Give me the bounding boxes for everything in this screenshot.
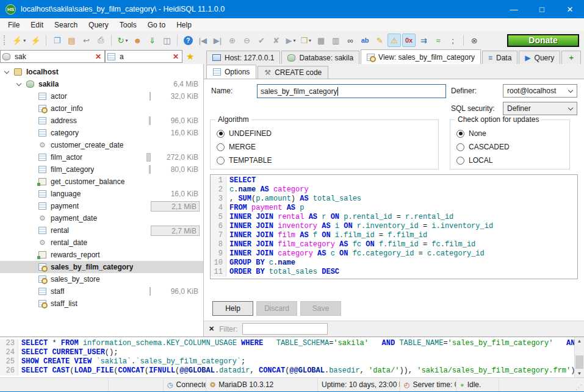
radio-none[interactable]: None xyxy=(456,129,486,138)
tree-item-address[interactable]: address96,0 KiB xyxy=(0,115,203,127)
tab-host[interactable]: Host: 127.0.0.1 xyxy=(206,51,280,64)
resize-grip[interactable]: ⋰ xyxy=(575,383,584,391)
minimize-button[interactable]: — xyxy=(500,0,528,18)
tab-query[interactable]: ▶Query xyxy=(519,51,560,64)
radio-button-icon[interactable] xyxy=(217,157,225,165)
radio-button-icon[interactable] xyxy=(456,130,464,138)
tree-item-sakila[interactable]: sakila6,4 MiB xyxy=(0,78,203,90)
menu-query[interactable]: Query xyxy=(83,20,114,30)
filter-input[interactable] xyxy=(242,323,328,335)
radio-cascaded[interactable]: CASCADED xyxy=(456,142,510,152)
scrollbar-thumb[interactable] xyxy=(575,355,583,369)
scroll-up-icon[interactable]: ▲ xyxy=(575,338,584,344)
tab-database[interactable]: Database: sakila xyxy=(281,51,359,64)
radio-merge[interactable]: MERGE xyxy=(217,142,256,152)
close-button[interactable]: ✕ xyxy=(556,0,584,18)
database-snapshot-icon[interactable]: ◫ xyxy=(160,34,173,47)
save-button[interactable]: Save xyxy=(300,301,341,316)
radio-button-icon[interactable] xyxy=(217,130,225,138)
sql-security-select[interactable]: Definer xyxy=(503,102,577,115)
menu-help[interactable]: Help xyxy=(171,20,197,30)
menu-edit[interactable]: Edit xyxy=(25,20,49,30)
favorites-star-icon[interactable]: ★ xyxy=(182,51,198,62)
reformat-sql-icon[interactable]: ≈ xyxy=(431,34,445,47)
replace-text-icon[interactable]: ab xyxy=(358,34,372,47)
clear-table-filter-icon[interactable]: ✕ xyxy=(171,52,180,61)
session-manager-icon[interactable]: ⚡▾ xyxy=(10,34,27,47)
stop-process-icon[interactable]: ⊗ xyxy=(467,34,481,47)
tree-item-actor[interactable]: actor32,0 KiB xyxy=(0,90,203,102)
indent-icon[interactable]: ⇉ xyxy=(417,34,430,47)
delete-row-icon[interactable]: ⊖ xyxy=(240,34,253,47)
warnings-toggle-icon[interactable]: ⚠ xyxy=(388,34,401,47)
hex-toggle-icon[interactable]: 0x xyxy=(402,34,416,47)
save-sql-as-icon[interactable]: ▥ xyxy=(329,34,342,47)
tree-item-actor_info[interactable]: actor_info xyxy=(0,102,203,115)
find-text-icon[interactable]: ∞ xyxy=(344,34,357,47)
tree-item-staff_list[interactable]: staff_list xyxy=(0,298,203,310)
scroll-down-icon[interactable]: ▼ xyxy=(575,371,584,376)
database-filter-input[interactable]: sak ✕ xyxy=(0,50,105,63)
tree-item-rental_date[interactable]: ⚙rental_date xyxy=(0,237,203,249)
print-icon[interactable]: ⎙ xyxy=(94,34,107,47)
discard-button[interactable]: Discard xyxy=(256,301,297,316)
tree-item-payment_date[interactable]: ⚙payment_date xyxy=(0,212,203,224)
help-icon[interactable]: ? xyxy=(181,34,195,47)
menu-tools[interactable]: Tools xyxy=(114,20,142,30)
menu-go-to[interactable]: Go to xyxy=(142,20,171,30)
user-manager-icon[interactable]: ☻ xyxy=(131,34,144,47)
tree-item-rewards_report[interactable]: rewards_report xyxy=(0,249,203,261)
help-button[interactable]: Help xyxy=(212,301,253,316)
sql-log-panel[interactable]: ▲ ▼ 23SELECT * FROM information_schema.K… xyxy=(0,337,584,377)
close-filter-icon[interactable]: ✕ xyxy=(204,325,219,333)
tree-item-language[interactable]: language16,0 KiB xyxy=(0,188,203,200)
semicolon-icon[interactable]: ; xyxy=(446,34,460,47)
radio-button-icon[interactable] xyxy=(217,143,225,151)
tree-item-category[interactable]: category16,0 KiB xyxy=(0,127,203,139)
view-name-input[interactable]: sales_by_film_category xyxy=(257,84,446,98)
tree-item-payment[interactable]: payment2,1 MiB xyxy=(0,200,203,212)
maximize-button[interactable]: □ xyxy=(528,0,556,18)
export-database-icon[interactable]: ⇓ xyxy=(145,34,159,47)
radio-button-icon[interactable] xyxy=(456,157,464,165)
expand-chevron-icon[interactable] xyxy=(4,68,9,73)
radio-undefined[interactable]: UNDEFINED xyxy=(217,129,272,138)
new-query-tab-button[interactable]: ＋ xyxy=(561,51,581,64)
subtab-create-code[interactable]: ⚒CREATE code xyxy=(258,66,328,79)
undo-icon[interactable]: ↩ xyxy=(79,34,93,47)
clear-database-filter-icon[interactable]: ✕ xyxy=(94,52,103,61)
go-last-icon[interactable]: ▶| xyxy=(211,34,224,47)
paste-icon[interactable]: ▤ xyxy=(65,34,78,47)
menu-file[interactable]: File xyxy=(2,20,25,30)
tree-item-staff[interactable]: staff96,0 KiB xyxy=(0,285,203,298)
tree-item-localhost[interactable]: localhost xyxy=(0,66,203,78)
tree-item-customer_create_date[interactable]: ⚙customer_create_date xyxy=(0,139,203,151)
view-select-code-editor[interactable]: 1SELECT2c.name AS category3, SUM(p.amoun… xyxy=(210,174,578,279)
go-first-icon[interactable]: |◀ xyxy=(196,34,209,47)
tab-data[interactable]: ≡Data xyxy=(482,51,517,64)
tree-item-get_customer_balance[interactable]: get_customer_balance xyxy=(0,176,203,188)
tree-item-film_actor[interactable]: film_actor272,0 KiB xyxy=(0,151,203,163)
save-sql-icon[interactable]: ▦ xyxy=(314,34,328,47)
table-filter-input[interactable]: a ✕ xyxy=(105,50,182,63)
post-changes-icon[interactable]: ✔ xyxy=(254,34,268,47)
disconnect-icon[interactable]: ⚡ xyxy=(29,34,42,47)
refresh-icon[interactable]: ↻▾ xyxy=(115,34,129,47)
radio-local[interactable]: LOCAL xyxy=(456,155,492,165)
tree-item-film_category[interactable]: film_category80,0 KiB xyxy=(0,163,203,176)
tab-view[interactable]: View: sales_by_film_category xyxy=(361,49,481,64)
tree-item-sales_by_store[interactable]: sales_by_store xyxy=(0,273,203,285)
definer-select[interactable]: root@localhost xyxy=(503,84,577,98)
highlighter-icon[interactable]: ✎ xyxy=(373,34,386,47)
tree-item-rental[interactable]: rental2,7 MiB xyxy=(0,224,203,237)
expand-chevron-icon[interactable] xyxy=(16,80,21,85)
copy-icon[interactable]: ❐ xyxy=(50,34,63,47)
cancel-editing-icon[interactable]: ✘ xyxy=(269,34,283,47)
load-sql-file-icon[interactable]: ❒▾ xyxy=(298,34,313,47)
donate-button[interactable]: Donate xyxy=(507,34,579,47)
log-scrollbar[interactable]: ▲ ▼ xyxy=(574,337,584,377)
subtab-options[interactable]: Options xyxy=(206,65,256,79)
menu-search[interactable]: Search xyxy=(49,20,83,30)
run-query-icon[interactable]: ▶▾ xyxy=(284,34,297,47)
radio-temptable[interactable]: TEMPTABLE xyxy=(217,155,272,165)
